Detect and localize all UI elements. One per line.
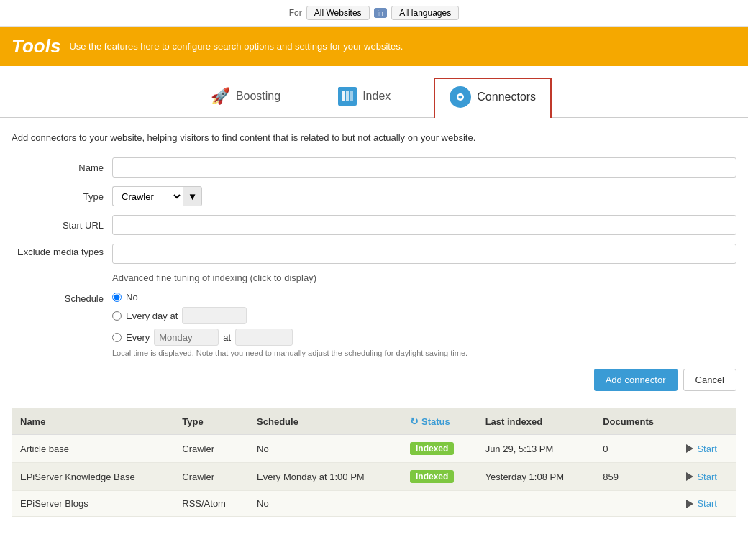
tab-boosting[interactable]: 🚀 Boosting — [196, 80, 295, 116]
play-icon — [686, 444, 693, 453]
schedule-every-day-radio[interactable] — [112, 311, 122, 321]
table-row: EPiServer Blogs RSS/Atom No Start — [12, 491, 736, 517]
type-dropdown-button[interactable]: ▼ — [183, 186, 202, 206]
tab-connectors[interactable]: Connectors — [434, 78, 552, 118]
svg-rect-2 — [350, 91, 353, 101]
tab-boosting-label: Boosting — [236, 90, 280, 103]
table-row: Article base Crawler No Indexed Jun 29, … — [12, 435, 736, 463]
tab-index[interactable]: Index — [324, 80, 405, 116]
type-field-row: Type Crawler RSS/Atom ▼ — [12, 186, 736, 206]
start-link[interactable]: Start — [686, 472, 728, 482]
status-badge: Indexed — [410, 442, 454, 455]
connectors-tab-icon — [450, 86, 471, 108]
cell-schedule: No — [248, 491, 401, 517]
for-label: For — [289, 8, 302, 18]
cell-action[interactable]: Start — [678, 491, 736, 517]
cell-schedule: Every Monday at 1:00 PM — [248, 463, 401, 491]
tools-description: Use the features here to configure searc… — [69, 41, 403, 52]
cell-name: EPiServer Blogs — [12, 491, 173, 517]
exclude-media-label: Exclude media types — [12, 244, 112, 257]
advanced-tuning-link[interactable]: Advanced fine tuning of indexing (click … — [112, 272, 736, 283]
cell-documents: 0 — [594, 435, 678, 463]
start-link[interactable]: Start — [686, 444, 728, 454]
schedule-note: Local time is displayed. Note that you n… — [112, 349, 736, 357]
languages-filter-button[interactable]: All languages — [391, 6, 459, 20]
cell-last-indexed: Jun 29, 5:13 PM — [477, 435, 595, 463]
top-bar: For All Websites in All languages — [0, 0, 748, 27]
exclude-media-field-row: Exclude media types — [12, 244, 736, 264]
schedule-every-weekday-radio[interactable] — [112, 333, 122, 342]
tab-connectors-label: Connectors — [477, 91, 536, 104]
schedule-options: No Every day at Every at — [112, 292, 293, 346]
connector-table: Name Type Schedule ↻ Status Last indexed… — [12, 408, 736, 517]
type-select-wrap: Crawler RSS/Atom ▼ — [112, 186, 202, 206]
cell-type: Crawler — [173, 435, 248, 463]
exclude-media-input[interactable] — [112, 244, 736, 264]
schedule-every-day-time-input[interactable] — [182, 307, 247, 324]
schedule-weekday-time-input[interactable] — [235, 329, 293, 346]
col-schedule: Schedule — [248, 408, 401, 435]
cell-documents: 859 — [594, 463, 678, 491]
cell-last-indexed: Yesterday 1:08 PM — [477, 463, 595, 491]
status-sort-link[interactable]: Status — [421, 416, 450, 427]
boosting-tab-icon: 🚀 — [211, 87, 230, 106]
cell-action[interactable]: Start — [678, 463, 736, 491]
play-icon — [686, 472, 693, 481]
col-last-indexed: Last indexed — [477, 408, 595, 435]
cell-schedule: No — [248, 435, 401, 463]
cell-status: Indexed — [401, 435, 477, 463]
start-link[interactable]: Start — [686, 498, 728, 509]
col-type: Type — [173, 408, 248, 435]
cell-type: RSS/Atom — [173, 491, 248, 517]
tabs-bar: 🚀 Boosting Index Connectors — [0, 66, 748, 118]
cell-documents — [594, 491, 678, 517]
play-icon — [686, 500, 693, 508]
tools-banner: Tools Use the features here to configure… — [0, 27, 748, 66]
schedule-row: Schedule No Every day at Every at — [12, 292, 736, 346]
start-url-input[interactable] — [112, 215, 736, 235]
add-connector-button[interactable]: Add connector — [594, 369, 678, 391]
start-url-field-row: Start URL — [12, 215, 736, 235]
schedule-no-option: No — [112, 292, 293, 303]
action-buttons: Add connector Cancel — [12, 369, 736, 391]
cell-type: Crawler — [173, 463, 248, 491]
connector-form: Name Type Crawler RSS/Atom ▼ Start URL E — [12, 157, 736, 391]
schedule-every-label: Every — [126, 332, 150, 343]
websites-filter-button[interactable]: All Websites — [306, 6, 370, 20]
chevron-down-icon: ▼ — [188, 191, 197, 202]
tab-index-label: Index — [362, 90, 391, 103]
name-field-row: Name — [12, 157, 736, 178]
in-label: in — [374, 8, 388, 18]
col-name: Name — [12, 408, 173, 435]
svg-rect-0 — [342, 91, 345, 101]
type-select[interactable]: Crawler RSS/Atom — [112, 186, 183, 206]
schedule-label: Schedule — [12, 292, 112, 304]
main-content: Add connectors to your website, helping … — [0, 132, 748, 517]
cell-status — [401, 491, 477, 517]
status-badge: Indexed — [410, 470, 454, 483]
svg-rect-6 — [460, 93, 461, 96]
col-documents: Documents — [594, 408, 678, 435]
cell-last-indexed — [477, 491, 595, 517]
table-header-row: Name Type Schedule ↻ Status Last indexed… — [12, 408, 736, 435]
name-label: Name — [12, 162, 112, 173]
schedule-at-label: at — [223, 332, 231, 343]
cell-status: Indexed — [401, 463, 477, 491]
schedule-weekday-input[interactable] — [154, 329, 219, 346]
start-label: Start — [697, 444, 716, 454]
cancel-button[interactable]: Cancel — [683, 369, 736, 391]
schedule-no-label: No — [126, 292, 138, 303]
table-row: EPiServer Knowledge Base Crawler Every M… — [12, 463, 736, 491]
name-input[interactable] — [112, 157, 736, 178]
start-label: Start — [697, 498, 716, 509]
col-status[interactable]: ↻ Status — [401, 408, 477, 435]
index-tab-icon — [338, 87, 357, 106]
svg-point-5 — [459, 96, 462, 99]
cell-action[interactable]: Start — [678, 435, 736, 463]
schedule-every-day-option: Every day at — [112, 307, 293, 324]
schedule-no-radio[interactable] — [112, 293, 122, 302]
start-url-label: Start URL — [12, 220, 112, 231]
tools-title: Tools — [12, 35, 60, 58]
page-description: Add connectors to your website, helping … — [12, 132, 736, 143]
refresh-icon: ↻ — [410, 416, 419, 427]
